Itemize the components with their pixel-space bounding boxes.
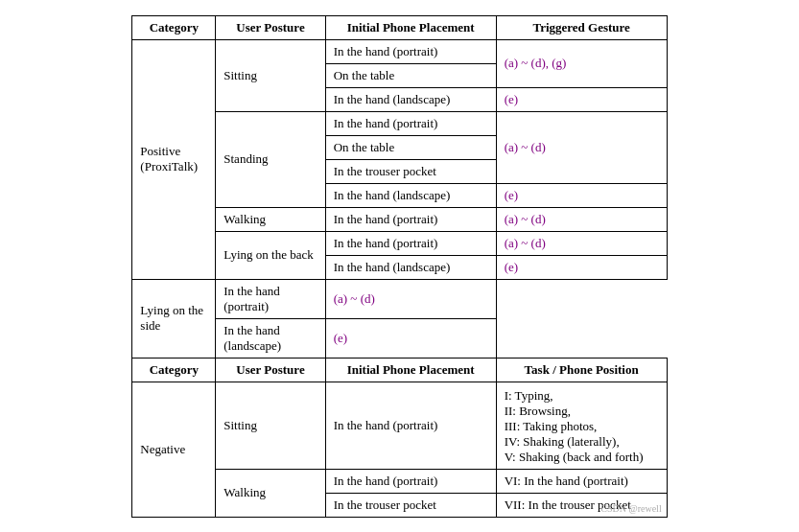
- placement-cell: In the hand (portrait): [216, 279, 325, 318]
- header-category: Category: [132, 15, 216, 39]
- posture-walking: Walking: [216, 207, 325, 231]
- gesture-cell: (e): [325, 318, 496, 358]
- main-table: Category User Posture Initial Phone Plac…: [131, 15, 667, 518]
- gesture-neg-walking1: VI: In the hand (portrait): [496, 469, 667, 493]
- header-gesture: Triggered Gesture: [496, 15, 667, 39]
- watermark: CSDN @rewell: [600, 503, 661, 514]
- placement-cell: In the hand (landscape): [325, 255, 496, 279]
- placement-cell: In the trouser pocket: [325, 159, 496, 183]
- table-row: Positive(ProxiTalk) Sitting In the hand …: [132, 39, 667, 63]
- placement-cell: On the table: [325, 63, 496, 87]
- placement-cell: In the hand (portrait): [325, 231, 496, 255]
- gesture-cell: (e): [496, 183, 667, 207]
- placement-cell: In the hand (landscape): [325, 87, 496, 111]
- header2-category: Category: [132, 358, 216, 382]
- placement-neg-cell: In the trouser pocket: [325, 493, 496, 517]
- gesture-cell: (a) ~ (d), (g): [496, 39, 667, 87]
- posture-neg-sitting: Sitting: [216, 382, 325, 469]
- category-positive: Positive(ProxiTalk): [132, 39, 216, 279]
- header-posture: User Posture: [216, 15, 325, 39]
- posture-neg-walking: Walking: [216, 469, 325, 517]
- table-row: Negative Sitting In the hand (portrait) …: [132, 382, 667, 469]
- gesture-cell: (a) ~ (d): [496, 207, 667, 231]
- posture-standing: Standing: [216, 111, 325, 207]
- placement-neg-cell: In the hand (portrait): [325, 382, 496, 469]
- placement-cell: In the hand (portrait): [325, 111, 496, 135]
- posture-lying-back: Lying on the back: [216, 231, 325, 279]
- posture-sitting: Sitting: [216, 39, 325, 111]
- placement-cell: On the table: [325, 135, 496, 159]
- header2-posture: User Posture: [216, 358, 325, 382]
- header-placement: Initial Phone Placement: [325, 15, 496, 39]
- header-row: Category User Posture Initial Phone Plac…: [132, 15, 667, 39]
- placement-neg-cell: In the hand (portrait): [325, 469, 496, 493]
- placement-cell: In the hand (landscape): [325, 183, 496, 207]
- placement-cell: In the hand (portrait): [325, 39, 496, 63]
- gesture-cell: (a) ~ (d): [325, 279, 496, 318]
- posture-lying-side: Lying on the side: [132, 279, 216, 358]
- table-row: Lying on the side In the hand (portrait)…: [132, 279, 667, 318]
- gesture-neg-sitting: I: Typing,II: Browsing,III: Taking photo…: [496, 382, 667, 469]
- gesture-cell: (a) ~ (d): [496, 111, 667, 183]
- category-negative: Negative: [132, 382, 216, 517]
- placement-cell: In the hand (landscape): [216, 318, 325, 358]
- gesture-cell: (a) ~ (d): [496, 231, 667, 255]
- table-container: Category User Posture Initial Phone Plac…: [131, 15, 667, 518]
- header-row-2: Category User Posture Initial Phone Plac…: [132, 358, 667, 382]
- gesture-cell: (e): [496, 255, 667, 279]
- placement-cell: In the hand (portrait): [325, 207, 496, 231]
- gesture-cell: (e): [496, 87, 667, 111]
- header2-gesture: Task / Phone Position: [496, 358, 667, 382]
- header2-placement: Initial Phone Placement: [325, 358, 496, 382]
